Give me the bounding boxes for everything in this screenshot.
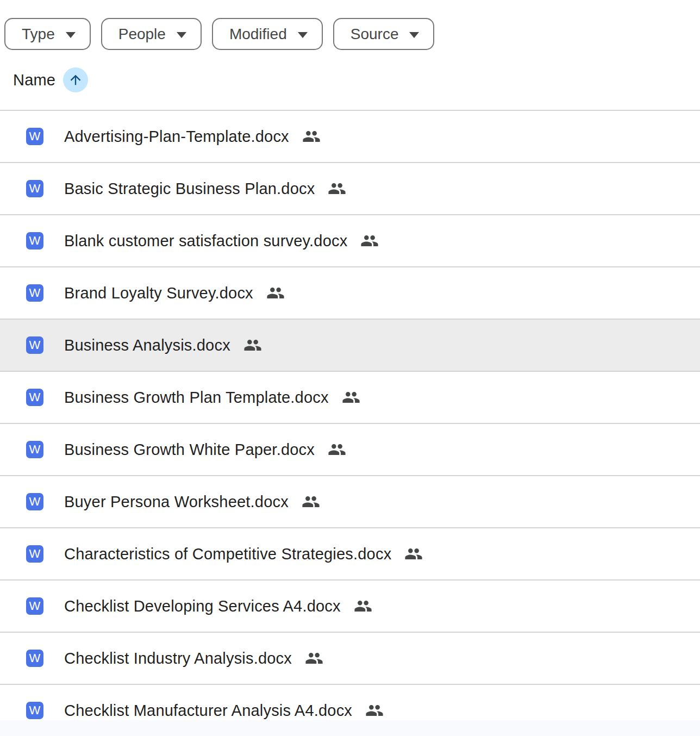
word-file-icon-letter: W <box>29 704 41 716</box>
word-file-icon-letter: W <box>29 548 41 560</box>
word-file-icon-letter: W <box>29 183 41 195</box>
shared-people-icon <box>302 127 321 146</box>
word-file-icon: W <box>26 650 43 667</box>
file-name: Blank customer satisfaction survey.docx <box>64 232 347 250</box>
word-file-icon: W <box>26 545 43 563</box>
shared-people-icon <box>360 232 379 250</box>
shared-people-icon <box>354 597 372 615</box>
file-name: Brand Loyalty Survey.docx <box>64 284 253 302</box>
file-row[interactable]: W Checklist Industry Analysis.docx <box>0 632 700 684</box>
file-row[interactable]: W Characteristics of Competitive Strateg… <box>0 527 700 579</box>
file-row[interactable]: W Business Analysis.docx <box>0 319 700 371</box>
file-name: Buyer Persona Worksheet.docx <box>64 493 289 511</box>
filter-chip-people[interactable]: People <box>101 18 202 50</box>
filter-chip-source[interactable]: Source <box>333 18 435 50</box>
file-name: Checklist Developing Services A4.docx <box>64 597 341 615</box>
word-file-icon-letter: W <box>29 496 41 508</box>
word-file-icon-letter: W <box>29 391 41 403</box>
file-row[interactable]: W Business Growth Plan Template.docx <box>0 371 700 423</box>
word-file-icon-letter: W <box>29 444 41 456</box>
filter-chip-type[interactable]: Type <box>4 18 91 50</box>
chevron-down-icon <box>66 32 76 38</box>
file-name: Basic Strategic Business Plan.docx <box>64 180 315 198</box>
filter-chip-label: Source <box>351 26 399 43</box>
file-name: Business Growth Plan Template.docx <box>64 389 329 407</box>
word-file-icon-letter: W <box>29 287 41 299</box>
drive-file-list-view: Type People Modified Source Name W Adver… <box>0 0 700 736</box>
word-file-icon: W <box>26 232 43 250</box>
shared-people-icon <box>328 179 346 198</box>
shared-people-icon <box>243 336 262 354</box>
chevron-down-icon <box>298 32 308 38</box>
filter-chip-label: Modified <box>229 26 287 43</box>
word-file-icon: W <box>26 336 43 354</box>
word-file-icon: W <box>26 493 43 510</box>
chevron-down-icon <box>177 32 186 38</box>
file-row[interactable]: W Checklist Developing Services A4.docx <box>0 579 700 632</box>
file-row[interactable]: W Advertising-Plan-Template.docx <box>0 110 700 162</box>
file-name: Advertising-Plan-Template.docx <box>64 128 289 146</box>
file-list: W Advertising-Plan-Template.docx W Basic… <box>0 110 700 736</box>
file-row[interactable]: W Brand Loyalty Survey.docx <box>0 266 700 319</box>
file-name: Checklist Industry Analysis.docx <box>64 650 292 668</box>
shared-people-icon <box>305 649 323 668</box>
shared-people-icon <box>342 388 360 407</box>
shared-people-icon <box>266 284 285 302</box>
word-file-icon: W <box>26 180 43 197</box>
word-file-icon: W <box>26 284 43 302</box>
bottom-strip <box>0 720 700 736</box>
filter-chip-label: People <box>118 26 166 43</box>
filter-bar: Type People Modified Source <box>0 0 700 50</box>
word-file-icon-letter: W <box>29 339 41 351</box>
file-name: Business Growth White Paper.docx <box>64 441 315 459</box>
sort-ascending-button[interactable] <box>63 67 88 92</box>
column-header-name[interactable]: Name <box>13 71 55 89</box>
file-row[interactable]: W Basic Strategic Business Plan.docx <box>0 162 700 214</box>
file-row[interactable]: W Buyer Persona Worksheet.docx <box>0 475 700 527</box>
shared-people-icon <box>365 701 384 720</box>
file-name: Checklist Manufacturer Analysis A4.docx <box>64 702 352 720</box>
arrow-up-icon <box>68 72 83 88</box>
word-file-icon-letter: W <box>29 652 41 664</box>
word-file-icon-letter: W <box>29 600 41 612</box>
file-name: Characteristics of Competitive Strategie… <box>64 545 391 563</box>
shared-people-icon <box>328 440 346 459</box>
shared-people-icon <box>302 492 320 511</box>
word-file-icon: W <box>26 597 43 615</box>
file-row[interactable]: W Blank customer satisfaction survey.doc… <box>0 214 700 266</box>
word-file-icon: W <box>26 128 43 145</box>
word-file-icon-letter: W <box>29 235 41 247</box>
list-header: Name <box>0 50 700 110</box>
word-file-icon-letter: W <box>29 130 41 142</box>
word-file-icon: W <box>26 441 43 458</box>
filter-chip-modified[interactable]: Modified <box>212 18 323 50</box>
word-file-icon: W <box>26 702 43 719</box>
filter-chip-label: Type <box>22 26 55 43</box>
chevron-down-icon <box>409 32 419 38</box>
file-name: Business Analysis.docx <box>64 336 230 354</box>
file-row[interactable]: W Business Growth White Paper.docx <box>0 423 700 475</box>
shared-people-icon <box>404 545 423 563</box>
word-file-icon: W <box>26 389 43 406</box>
